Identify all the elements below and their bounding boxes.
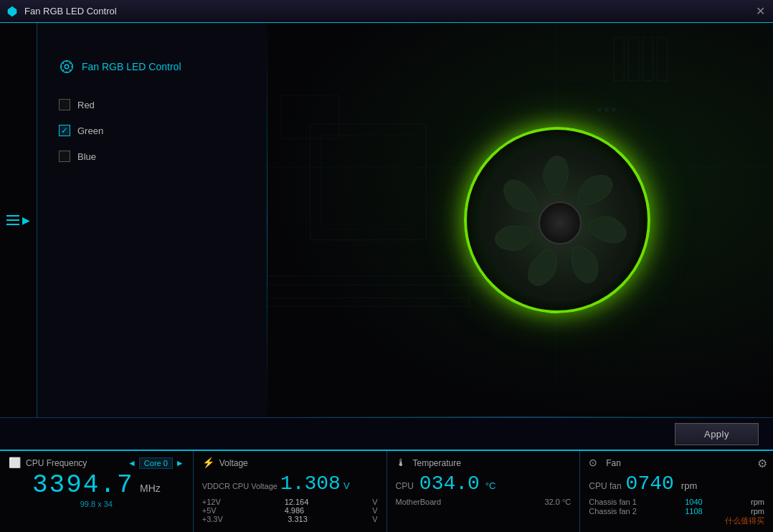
fan-status-icon: ⊙ [589, 457, 602, 470]
voltage-12v-label: +12V [202, 498, 221, 506]
fan-illustration [464, 127, 650, 313]
voltage-row-5v: +5V 4.986 V [202, 506, 378, 515]
voltage-5v-label: +5V [202, 506, 217, 515]
voltage-33v-value: 3.313 [288, 515, 308, 523]
watermark: 什么值得买 [725, 516, 764, 526]
temp-header: 🌡 Temperature [396, 457, 572, 470]
check-mark-green: ✓ [61, 125, 68, 136]
checkbox-row-green: ✓ Green [59, 120, 245, 141]
gear-icon[interactable]: ⚙ [757, 457, 767, 470]
chassis-fan2-value: 1108 [685, 507, 702, 516]
panel-title: Fan RGB LED Control [82, 61, 181, 72]
fan-title: Fan [606, 458, 621, 468]
voltage-33v-unit: V [372, 515, 377, 523]
left-panel: Fan RGB LED Control Red ✓ Green Blue [37, 23, 267, 417]
chassis-fan1-value: 1040 [685, 498, 702, 506]
cpu-freq-header: ⬜ CPU Frequency ◄ Core 0 ► [9, 457, 184, 470]
cpu-fan-unit: rpm [681, 480, 697, 491]
voltage-12v-value: 12.164 [285, 498, 309, 506]
svg-rect-17 [310, 124, 426, 239]
cpu-freq-sub: 99.8 x 34 [9, 500, 184, 508]
core-next-button[interactable]: ► [176, 458, 184, 468]
voltage-table: +12V 12.164 V +5V 4.986 V +3.3V 3.313 V [202, 498, 378, 523]
temp-title: Temperature [413, 458, 461, 468]
right-panel [267, 23, 773, 417]
temp-sub-row: MotherBoard 32.0 °C [396, 498, 572, 506]
voltage-5v-unit: V [372, 506, 377, 515]
svg-point-14 [597, 108, 602, 112]
core-prev-button[interactable]: ◄ [128, 458, 136, 468]
core-label: Core 0 [139, 457, 173, 469]
voltage-main: VDDCR CPU Voltage 1.308 V [202, 472, 378, 495]
temperature-section: 🌡 Temperature CPU 034.0 °C MotherBoard 3… [387, 451, 581, 532]
window-title: Fan RGB LED Control [24, 6, 117, 16]
fan-inner [481, 144, 639, 302]
cpu-temp-unit: °C [485, 480, 496, 491]
chassis-fan2-row: Chassis fan 2 1108 rpm [589, 507, 764, 516]
checkbox-label-blue: Blue [77, 151, 96, 162]
voltage-row-33v: +3.3V 3.313 V [202, 515, 378, 523]
close-button[interactable]: ✕ [753, 4, 767, 19]
cpu-temp-label: CPU [396, 481, 414, 491]
voltage-row-12v: +12V 12.164 V [202, 498, 378, 506]
fan-outer-ring [464, 127, 650, 313]
svg-point-16 [612, 108, 616, 112]
voltage-12v-unit: V [372, 498, 377, 506]
svg-rect-18 [321, 135, 415, 229]
voltage-header: ⚡ Voltage [202, 457, 378, 470]
checkbox-green[interactable]: ✓ [59, 125, 70, 136]
motherboard-temp-value: 32.0 °C [544, 498, 571, 506]
cpu-temp-value: 034.0 [419, 472, 480, 495]
cpu-fan-value: 0740 [626, 472, 674, 495]
voltage-main-label: VDDCR CPU Voltage [202, 482, 278, 490]
cpu-freq-unit: MHz [140, 483, 161, 494]
chassis-fan2-unit: rpm [751, 507, 764, 516]
motherboard-temp-label: MotherBoard [396, 498, 442, 506]
voltage-section: ⚡ Voltage VDDCR CPU Voltage 1.308 V +12V… [194, 451, 387, 532]
checkbox-row-blue: Blue [59, 146, 245, 166]
checkbox-row-red: Red [59, 95, 245, 115]
voltage-main-unit: V [343, 480, 350, 491]
voltage-5v-value: 4.986 [285, 506, 305, 515]
fan-header: ⊙ Fan [589, 457, 764, 470]
chassis-fan2-label: Chassis fan 2 [589, 507, 637, 516]
menu-icon [6, 215, 19, 225]
cpu-freq-title: CPU Frequency [26, 458, 87, 468]
app-icon [6, 5, 19, 18]
svg-point-0 [61, 61, 73, 73]
panel-title-row: Fan RGB LED Control [59, 59, 245, 75]
svg-rect-2 [614, 37, 624, 81]
voltage-icon: ⚡ [202, 457, 215, 470]
sidebar: ▶ [0, 23, 37, 417]
cpu-fan-label: CPU fan [589, 481, 621, 491]
voltage-title: Voltage [219, 458, 248, 468]
status-bar: ⬜ CPU Frequency ◄ Core 0 ► 3394.7 MHz 99… [0, 450, 773, 532]
cpu-freq-nav: ◄ Core 0 ► [128, 457, 184, 469]
sidebar-arrow: ▶ [22, 214, 30, 226]
panel-title-icon [59, 59, 75, 75]
svg-rect-4 [642, 37, 653, 81]
checkbox-blue[interactable] [59, 151, 70, 162]
chassis-fan1-label: Chassis fan 1 [589, 498, 637, 506]
voltage-main-value: 1.308 [280, 472, 341, 495]
svg-rect-13 [267, 298, 469, 306]
svg-point-15 [604, 108, 609, 112]
content-area: Fan RGB LED Control Red ✓ Green Blue [37, 23, 773, 417]
checkbox-label-green: Green [77, 125, 103, 136]
cpu-freq-value: 3394.7 [32, 470, 134, 500]
main-container: ▶ Fan RGB LED Control [0, 23, 773, 417]
svg-rect-5 [658, 37, 668, 81]
checkbox-red[interactable] [59, 99, 70, 110]
cpu-icon: ⬜ [9, 457, 22, 470]
bottom-bar: Apply [0, 417, 773, 450]
checkbox-label-red: Red [77, 100, 95, 110]
svg-rect-3 [628, 37, 638, 81]
chassis-fan1-row: Chassis fan 1 1040 rpm [589, 498, 764, 506]
fan-hub [539, 201, 582, 244]
apply-button[interactable]: Apply [675, 423, 759, 445]
sidebar-menu-button[interactable]: ▶ [6, 210, 32, 230]
chassis-fan1-unit: rpm [751, 498, 764, 506]
svg-point-1 [65, 65, 69, 69]
cpu-frequency-section: ⬜ CPU Frequency ◄ Core 0 ► 3394.7 MHz 99… [0, 451, 194, 532]
title-bar: Fan RGB LED Control ✕ [0, 0, 773, 23]
